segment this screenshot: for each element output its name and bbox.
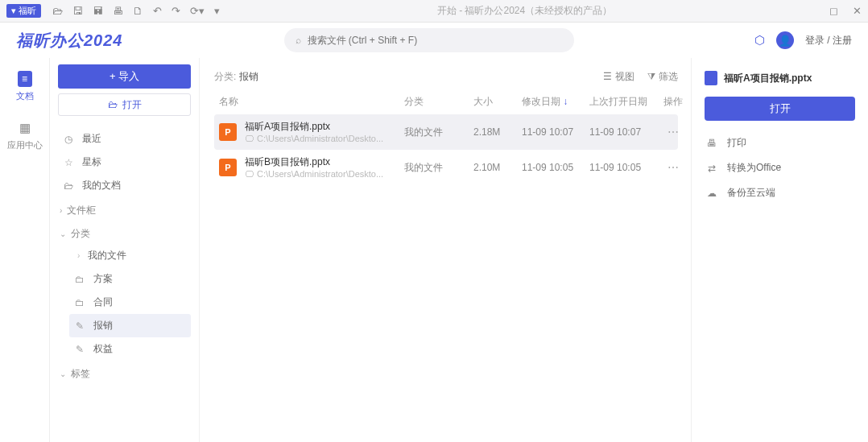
sidebar-cat-auth[interactable]: ✎ 权益: [69, 337, 191, 361]
print-icon: 🖶: [706, 138, 717, 149]
window-title: 开始 - 福昕办公2024（未经授权的产品）: [220, 4, 829, 18]
settings-icon[interactable]: ⬡: [754, 33, 765, 48]
titlebar-toolbar: 🗁 🖫 🖬 🖶 🗋 ↶ ↷ ⟳▾ ▾: [52, 5, 220, 17]
sidebar-section-filebox[interactable]: › 文件柜: [58, 197, 191, 221]
chevron-right-icon: ›: [60, 206, 62, 215]
search-icon: ⌕: [296, 35, 301, 46]
chevron-down-icon: ⌄: [60, 370, 66, 378]
new-doc-icon[interactable]: 🗋: [133, 5, 143, 17]
sidebar-item-label: 方案: [93, 272, 113, 286]
undo-icon[interactable]: ↶: [153, 5, 162, 17]
file-icon: [705, 71, 717, 85]
table-row[interactable]: P 福昕B项目报销.pptx 🖵C:\Users\Administrator\D…: [214, 150, 678, 185]
sidebar-item-label: 最近: [82, 132, 101, 146]
detail-filename: 福昕A项目报销.pptx: [724, 72, 812, 85]
file-path: 🖵C:\Users\Administrator\Deskto...: [245, 133, 383, 144]
folder-icon: 🗀: [74, 274, 85, 285]
save-as-icon[interactable]: 🖬: [93, 5, 103, 17]
save-icon[interactable]: 🖫: [72, 5, 83, 17]
sidebar-cat-mine[interactable]: › 我的文件: [69, 244, 191, 267]
print-icon[interactable]: 🖶: [113, 5, 123, 17]
login-link[interactable]: 登录 / 注册: [805, 34, 852, 48]
sidebar-item-recent[interactable]: ◷ 最近: [58, 127, 191, 151]
detail-action-label: 打印: [727, 136, 746, 150]
open-button-label: 打开: [122, 98, 142, 112]
sidebar-nav: ◷ 最近 ☆ 星标 🗁 我的文档: [58, 127, 191, 197]
folder-icon: 🗁: [63, 180, 74, 192]
th-modified[interactable]: 修改日期 ↓: [522, 95, 589, 109]
table-row[interactable]: P 福昕A项目报销.pptx 🖵C:\Users\Administrator\D…: [214, 114, 678, 150]
sidebar-item-label: 权益: [93, 342, 113, 356]
history-dropdown-icon[interactable]: ⟳▾: [190, 5, 205, 17]
close-icon[interactable]: ✕: [853, 5, 862, 17]
filter-toggle[interactable]: ⧩筛选: [647, 70, 678, 84]
cell-category: 我的文件: [404, 161, 473, 175]
sort-icon: ↓: [563, 96, 568, 107]
redo-icon[interactable]: ↷: [172, 5, 180, 17]
rail-docs[interactable]: ≡ 文档: [0, 64, 49, 114]
sidebar-section-tags[interactable]: ⌄ 标签: [58, 361, 191, 384]
apps-grid-icon: ▦: [17, 120, 33, 136]
cell-size: 2.18M: [473, 126, 522, 138]
detail-open-label: 打开: [770, 101, 791, 116]
sidebar-section-label: 标签: [71, 367, 90, 381]
crumb-label: 分类:: [214, 70, 236, 84]
detail-action-print[interactable]: 🖶 打印: [705, 130, 855, 155]
file-name: 福昕B项目报销.pptx: [245, 156, 383, 168]
location-icon: 🖵: [245, 168, 254, 180]
content-area: 分类: 报销 ☰视图 ⧩筛选 名称 分类 大小 修改日期 ↓ 上次打开日期 操作…: [200, 58, 691, 442]
avatar[interactable]: 👤: [776, 31, 794, 49]
sidebar-section-label: 分类: [71, 227, 90, 241]
detail-action-label: 备份至云端: [727, 186, 775, 200]
sidebar-cat-contract[interactable]: 🗀 合同: [69, 291, 191, 314]
detail-action-backup[interactable]: ☁ 备份至云端: [705, 180, 855, 205]
cell-category: 我的文件: [404, 126, 473, 139]
folder-icon: 🗀: [74, 297, 85, 308]
detail-action-convert[interactable]: ⇄ 转换为Office: [705, 155, 855, 180]
open-button[interactable]: 🗁 打开: [58, 93, 191, 116]
rail-docs-label: 文档: [16, 90, 34, 102]
topbar-right: ⬡ 👤 登录 / 注册: [754, 31, 852, 49]
sidebar-cat-report[interactable]: ✎ 报销: [69, 314, 191, 337]
app-badge: ▾ 福昕: [6, 4, 41, 18]
ppt-file-icon: P: [219, 123, 237, 141]
sidebar-cat-plan[interactable]: 🗀 方案: [69, 267, 191, 291]
location-icon: 🖵: [245, 133, 254, 144]
import-button[interactable]: + 导入: [58, 64, 191, 89]
detail-open-button[interactable]: 打开: [705, 97, 855, 121]
th-size[interactable]: 大小: [473, 95, 522, 109]
sidebar-item-label: 星标: [82, 155, 101, 169]
sidebar-item-mydocs[interactable]: 🗁 我的文档: [58, 174, 191, 197]
search-box[interactable]: ⌕: [284, 28, 574, 52]
rail-apps[interactable]: ▦ 应用中心: [0, 114, 49, 163]
open-folder-icon[interactable]: 🗁: [52, 5, 63, 17]
crumb-current: 报销: [239, 70, 258, 84]
sidebar-item-label: 我的文档: [82, 179, 121, 192]
search-input[interactable]: [308, 35, 563, 46]
star-icon: ☆: [63, 157, 74, 168]
open-folder-icon: 🗁: [108, 99, 118, 110]
sidebar-item-star[interactable]: ☆ 星标: [58, 151, 191, 174]
sidebar-category-list: › 我的文件 🗀 方案 🗀 合同 ✎ 报销 ✎ 权益: [58, 244, 191, 361]
th-category[interactable]: 分类: [404, 95, 473, 109]
content-actions: ☰视图 ⧩筛选: [603, 70, 678, 84]
th-name[interactable]: 名称: [219, 95, 404, 109]
rail-apps-label: 应用中心: [7, 139, 43, 151]
file-name: 福昕A项目报销.pptx: [245, 121, 383, 133]
maximize-icon[interactable]: ◻: [829, 5, 838, 17]
table-header: 名称 分类 大小 修改日期 ↓ 上次打开日期 操作: [214, 90, 678, 114]
sidebar-section-category[interactable]: ⌄ 分类: [58, 221, 191, 244]
cell-opened: 11-09 10:07: [589, 126, 657, 138]
more-dropdown-icon[interactable]: ▾: [214, 5, 220, 17]
view-toggle[interactable]: ☰视图: [603, 70, 634, 84]
convert-icon: ⇄: [706, 163, 717, 174]
detail-action-label: 转换为Office: [727, 161, 781, 175]
th-opened[interactable]: 上次打开日期: [589, 95, 657, 109]
breadcrumb: 分类: 报销 ☰视图 ⧩筛选: [214, 66, 678, 87]
detail-panel: 福昕A项目报销.pptx 打开 🖶 打印 ⇄ 转换为Office ☁ 备份至云端: [691, 58, 868, 442]
document-icon: ≡: [18, 71, 32, 87]
filter-icon: ⧩: [647, 71, 655, 82]
row-more-icon[interactable]: ⋯: [668, 161, 679, 174]
row-more-icon[interactable]: ⋯: [668, 126, 679, 138]
sidebar-item-label: 报销: [93, 319, 113, 333]
